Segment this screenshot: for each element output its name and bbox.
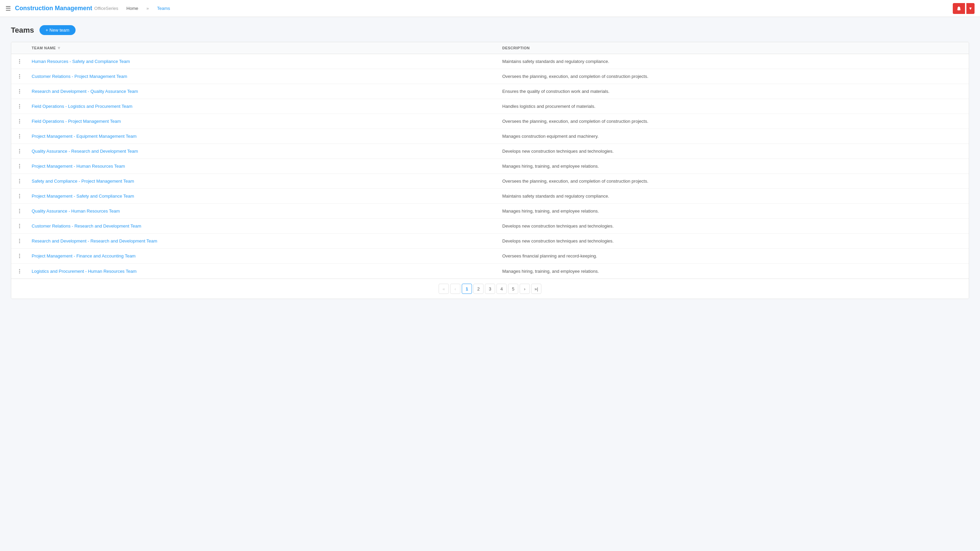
team-name-link[interactable]: Research and Development - Quality Assur…: [32, 89, 138, 94]
row-menu-cell: [11, 133, 27, 140]
row-team-name-cell: Quality Assurance - Research and Develop…: [27, 145, 498, 157]
page-header: Teams + New team: [11, 25, 969, 35]
row-menu-cell: [11, 118, 27, 125]
app-brand[interactable]: Construction Management: [15, 5, 92, 12]
page-first-button[interactable]: «: [439, 284, 449, 294]
team-name-link[interactable]: Field Operations - Logistics and Procure…: [32, 104, 132, 109]
row-description: Manages hiring, training, and employee r…: [502, 164, 599, 169]
row-team-name-cell: Research and Development - Quality Assur…: [27, 86, 498, 97]
row-menu-cell: [11, 73, 27, 80]
row-description-cell: Handles logistics and procurement of mat…: [498, 100, 969, 112]
row-description-cell: Manages hiring, training, and employee r…: [498, 160, 969, 172]
dropdown-button[interactable]: ▼: [966, 3, 975, 14]
row-description-cell: Manages hiring, training, and employee r…: [498, 265, 969, 277]
row-team-name-cell: Project Management - Human Resources Tea…: [27, 160, 498, 172]
row-description-cell: Oversees the planning, execution, and co…: [498, 115, 969, 127]
team-name-link[interactable]: Project Management - Finance and Account…: [32, 253, 135, 259]
breadcrumb-sep: »: [146, 6, 149, 11]
row-description: Oversees the planning, execution, and co…: [502, 179, 648, 184]
row-team-name-cell: Safety and Compliance - Project Manageme…: [27, 175, 498, 187]
team-name-link[interactable]: Human Resources - Safety and Compliance …: [32, 59, 130, 64]
row-menu-cell: [11, 163, 27, 170]
row-menu-button[interactable]: [16, 192, 23, 200]
row-menu-button[interactable]: [16, 73, 23, 80]
menu-icon[interactable]: ☰: [5, 5, 11, 12]
table-header: TEAM NAME ▿ DESCRIPTION: [11, 42, 969, 54]
row-menu-button[interactable]: [16, 237, 23, 245]
row-menu-button[interactable]: [16, 148, 23, 155]
row-menu-button[interactable]: [16, 163, 23, 170]
row-menu-button[interactable]: [16, 133, 23, 140]
team-name-link[interactable]: Project Management - Equipment Managemen…: [32, 134, 137, 139]
page-1-button[interactable]: 1: [462, 284, 472, 294]
row-description-cell: Manages hiring, training, and employee r…: [498, 205, 969, 217]
row-description-cell: Develops new construction techniques and…: [498, 235, 969, 247]
row-description: Maintains safety standards and regulator…: [502, 194, 609, 198]
row-description: Handles logistics and procurement of mat…: [502, 104, 595, 109]
row-menu-button[interactable]: [16, 88, 23, 95]
table-row: Research and Development - Quality Assur…: [11, 84, 969, 99]
header-team-name: TEAM NAME ▿: [27, 46, 498, 50]
nav-links: Home » Teams: [127, 6, 953, 11]
filter-icon[interactable]: ▿: [58, 46, 60, 50]
team-name-link[interactable]: Project Management - Safety and Complian…: [32, 194, 134, 198]
row-menu-button[interactable]: [16, 118, 23, 125]
row-team-name-cell: Field Operations - Project Management Te…: [27, 115, 498, 127]
row-description-cell: Oversees financial planning and record-k…: [498, 250, 969, 262]
row-menu-button[interactable]: [16, 178, 23, 185]
row-menu-cell: [11, 58, 27, 65]
page-2-button[interactable]: 2: [473, 284, 484, 294]
teams-table: TEAM NAME ▿ DESCRIPTION Human Resources …: [11, 42, 969, 299]
page-next-button[interactable]: ›: [520, 284, 530, 294]
pagination: « ‹ 1 2 3 4 5 › »|: [11, 279, 969, 299]
table-row: Project Management - Equipment Managemen…: [11, 129, 969, 144]
nav-teams[interactable]: Teams: [157, 6, 170, 11]
team-name-link[interactable]: Quality Assurance - Human Resources Team: [32, 208, 120, 214]
row-description-cell: Oversees the planning, execution, and co…: [498, 70, 969, 82]
row-team-name-cell: Research and Development - Research and …: [27, 235, 498, 247]
team-name-link[interactable]: Customer Relations - Project Management …: [32, 74, 127, 79]
team-name-link[interactable]: Logistics and Procurement - Human Resour…: [32, 269, 137, 274]
team-name-link[interactable]: Field Operations - Project Management Te…: [32, 119, 121, 124]
row-description-cell: Develops new construction techniques and…: [498, 220, 969, 232]
table-row: Quality Assurance - Research and Develop…: [11, 144, 969, 159]
team-name-link[interactable]: Project Management - Human Resources Tea…: [32, 164, 125, 169]
page-5-button[interactable]: 5: [508, 284, 518, 294]
team-name-link[interactable]: Customer Relations - Research and Develo…: [32, 224, 141, 229]
row-description: Ensures the quality of construction work…: [502, 89, 609, 94]
team-name-link[interactable]: Quality Assurance - Research and Develop…: [32, 149, 138, 154]
row-menu-button[interactable]: [16, 268, 23, 275]
row-team-name-cell: Human Resources - Safety and Compliance …: [27, 56, 498, 67]
row-team-name-cell: Quality Assurance - Human Resources Team: [27, 205, 498, 217]
row-team-name-cell: Customer Relations - Research and Develo…: [27, 220, 498, 232]
page-prev-button[interactable]: ‹: [450, 284, 460, 294]
row-menu-button[interactable]: [16, 208, 23, 214]
bell-icon: [956, 6, 962, 11]
row-menu-button[interactable]: [16, 58, 23, 65]
table-row: Project Management - Safety and Complian…: [11, 189, 969, 204]
table-row: Human Resources - Safety and Compliance …: [11, 54, 969, 69]
row-menu-button[interactable]: [16, 103, 23, 110]
row-menu-cell: [11, 268, 27, 275]
row-description-cell: Maintains safety standards and regulator…: [498, 56, 969, 67]
row-team-name-cell: Project Management - Equipment Managemen…: [27, 130, 498, 142]
team-name-link[interactable]: Research and Development - Research and …: [32, 238, 157, 243]
notification-button[interactable]: [953, 3, 965, 14]
row-menu-button[interactable]: [16, 222, 23, 230]
nav-home[interactable]: Home: [127, 6, 138, 11]
table-row: Field Operations - Logistics and Procure…: [11, 99, 969, 114]
page-3-button[interactable]: 3: [485, 284, 495, 294]
navbar-right: ▼: [953, 3, 975, 14]
row-team-name-cell: Project Management - Finance and Account…: [27, 250, 498, 262]
new-team-button[interactable]: + New team: [40, 25, 76, 35]
page-last-button[interactable]: »|: [531, 284, 541, 294]
table-row: Logistics and Procurement - Human Resour…: [11, 264, 969, 279]
page-4-button[interactable]: 4: [496, 284, 507, 294]
team-name-link[interactable]: Safety and Compliance - Project Manageme…: [32, 179, 134, 184]
row-menu-button[interactable]: [16, 252, 23, 259]
row-team-name-cell: Field Operations - Logistics and Procure…: [27, 100, 498, 112]
table-row: Research and Development - Research and …: [11, 233, 969, 249]
row-menu-cell: [11, 237, 27, 245]
table-row: Customer Relations - Research and Develo…: [11, 219, 969, 233]
row-menu-cell: [11, 103, 27, 110]
